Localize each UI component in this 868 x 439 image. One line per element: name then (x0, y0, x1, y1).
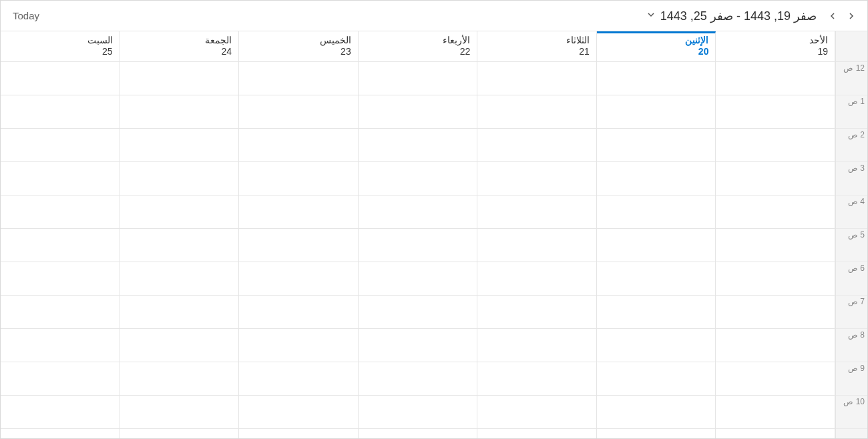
calendar-cell[interactable] (359, 162, 477, 195)
nav-arrows (823, 7, 861, 25)
calendar-cell[interactable] (120, 296, 239, 329)
calendar-cell[interactable] (359, 229, 477, 262)
calendar-cell[interactable] (1, 396, 120, 429)
calendar-cell[interactable] (477, 262, 596, 296)
calendar-cell[interactable] (120, 62, 239, 95)
calendar-cell[interactable] (359, 262, 477, 296)
day-header[interactable]: الجمعة 24 (120, 31, 240, 61)
calendar-cell[interactable] (359, 329, 477, 362)
calendar-cell[interactable] (120, 129, 239, 162)
calendar-cell[interactable] (120, 229, 239, 262)
calendar-cell[interactable] (716, 329, 835, 362)
calendar-cell[interactable] (477, 362, 596, 396)
calendar-cell[interactable] (1, 362, 120, 396)
calendar-cell[interactable] (239, 296, 358, 329)
calendar-cell[interactable] (120, 195, 239, 229)
calendar-cell[interactable] (597, 396, 716, 429)
calendar-cell[interactable] (120, 396, 239, 429)
day-name: الخميس (320, 35, 351, 45)
calendar-cell[interactable] (716, 296, 835, 329)
calendar-cell[interactable] (716, 162, 835, 195)
calendar-cell[interactable] (1, 262, 120, 296)
day-header[interactable]: الأحد 19 (716, 31, 835, 61)
calendar-cell[interactable] (477, 229, 596, 262)
date-range-dropdown[interactable]: صفر 19, 1443 - صفر 25, 1443 (646, 9, 817, 23)
time-slot: 4 ص (836, 195, 867, 229)
calendar-cell[interactable] (477, 195, 596, 229)
day-name: الثلاثاء (566, 35, 590, 45)
day-column (597, 62, 716, 438)
calendar-cell[interactable] (239, 195, 358, 229)
calendar-cell[interactable] (716, 396, 835, 429)
calendar-cell[interactable] (477, 95, 596, 129)
calendar-cell[interactable] (716, 195, 835, 229)
calendar-cell[interactable] (1, 329, 120, 362)
calendar-cell[interactable] (1, 129, 120, 162)
calendar-cell[interactable] (359, 296, 477, 329)
calendar-cell[interactable] (716, 262, 835, 296)
today-button[interactable]: Today (7, 7, 45, 24)
calendar-cell[interactable] (359, 396, 477, 429)
day-header[interactable]: الثلاثاء 21 (477, 31, 597, 61)
calendar-cell[interactable] (239, 329, 358, 362)
calendar-cell[interactable] (597, 129, 716, 162)
day-header[interactable]: السبت 25 (1, 31, 120, 61)
calendar-cell[interactable] (716, 362, 835, 396)
day-header[interactable]: الإثنين 20 (597, 31, 716, 61)
calendar-cell[interactable] (597, 362, 716, 396)
day-header[interactable]: الأربعاء 22 (359, 31, 478, 61)
time-label: 5 ص (848, 230, 865, 240)
calendar-cell[interactable] (239, 62, 358, 95)
calendar-cell[interactable] (1, 296, 120, 329)
calendar-cell[interactable] (1, 62, 120, 95)
calendar-cell[interactable] (477, 162, 596, 195)
calendar-cell[interactable] (716, 62, 835, 95)
calendar-cell[interactable] (120, 162, 239, 195)
calendar-cell[interactable] (597, 329, 716, 362)
calendar-cell[interactable] (597, 162, 716, 195)
calendar-cell[interactable] (359, 95, 477, 129)
calendar-cell[interactable] (359, 62, 477, 95)
day-number: 21 (481, 46, 590, 57)
calendar-cell[interactable] (359, 129, 477, 162)
calendar-cell[interactable] (597, 262, 716, 296)
calendar-cell[interactable] (239, 129, 358, 162)
calendar-cell[interactable] (239, 262, 358, 296)
calendar-cell[interactable] (239, 396, 358, 429)
time-slot: 9 ص (836, 362, 867, 396)
time-label: 12 ص (843, 63, 865, 73)
calendar-cell[interactable] (120, 329, 239, 362)
calendar-cell[interactable] (477, 396, 596, 429)
calendar-cell[interactable] (597, 296, 716, 329)
calendar-cell[interactable] (477, 329, 596, 362)
calendar-cell[interactable] (120, 95, 239, 129)
time-label: 4 ص (848, 197, 865, 206)
next-week-button[interactable] (842, 7, 861, 25)
calendar-cell[interactable] (359, 362, 477, 396)
calendar-cell[interactable] (359, 195, 477, 229)
time-slot: 2 ص (836, 129, 867, 162)
calendar-cell[interactable] (597, 195, 716, 229)
day-number: 22 (362, 46, 471, 57)
calendar-cell[interactable] (477, 296, 596, 329)
calendar-cell[interactable] (239, 162, 358, 195)
calendar-cell[interactable] (716, 95, 835, 129)
calendar-cell[interactable] (597, 229, 716, 262)
calendar-cell[interactable] (120, 362, 239, 396)
calendar-cell[interactable] (1, 162, 120, 195)
calendar-cell[interactable] (120, 262, 239, 296)
calendar-cell[interactable] (1, 195, 120, 229)
calendar-cell[interactable] (716, 229, 835, 262)
calendar-cell[interactable] (239, 95, 358, 129)
calendar-cell[interactable] (477, 129, 596, 162)
calendar-cell[interactable] (597, 62, 716, 95)
calendar-cell[interactable] (716, 129, 835, 162)
calendar-cell[interactable] (239, 362, 358, 396)
prev-week-button[interactable] (823, 7, 842, 25)
calendar-cell[interactable] (239, 229, 358, 262)
calendar-cell[interactable] (597, 95, 716, 129)
calendar-cell[interactable] (1, 95, 120, 129)
calendar-cell[interactable] (477, 62, 596, 95)
calendar-cell[interactable] (1, 229, 120, 262)
day-header[interactable]: الخميس 23 (239, 31, 359, 61)
